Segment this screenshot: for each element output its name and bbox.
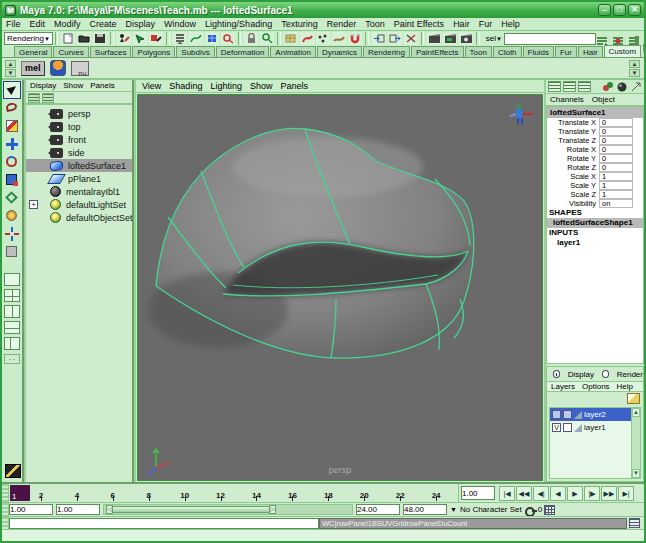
outliner-menu-panels[interactable]: Panels [90,81,114,90]
create-layer-icon[interactable] [627,393,640,404]
show-channel-box-icon[interactable] [628,33,640,45]
channel-object-name[interactable]: loftedSurface1 [547,107,643,118]
layer-row-layer2[interactable]: layer2 [550,408,640,421]
channel-value-field[interactable]: 0 [599,118,633,127]
play-forwards-button[interactable]: ▶ [567,486,583,501]
outliner-item-persp[interactable]: persp [26,107,132,120]
viewport-menu-shading[interactable]: Shading [169,81,202,91]
select-object-icon[interactable] [133,32,147,45]
rope-icon[interactable] [332,32,346,45]
animation-start-field[interactable] [9,504,53,515]
range-slider-bar[interactable] [106,506,276,513]
show-tool-settings-icon[interactable] [612,33,624,45]
maximize-button[interactable]: □ [613,4,626,16]
snap-surface-icon[interactable] [221,32,235,45]
channel-value-field[interactable]: 1 [599,190,633,199]
render-current-frame-icon[interactable] [427,32,441,45]
character-set-label[interactable]: No Character Set [460,505,522,514]
show-manipulator-tool[interactable] [4,226,20,242]
outliner-item-side[interactable]: side [26,146,132,159]
shelf-tab-general[interactable]: General [14,46,52,57]
outliner-item-pplane1[interactable]: pPlane1 [26,172,132,185]
shelf-tab-custom[interactable]: Custom [604,45,642,57]
shape-node-name[interactable]: loftedSurfaceShape1 [547,218,643,228]
layer-help-menu[interactable]: Help [617,382,633,391]
points-icon[interactable] [316,32,330,45]
menu-paint-effects[interactable]: Paint Effects [394,19,444,29]
lasso-tool[interactable] [4,100,20,116]
show-attribute-editor-icon[interactable] [596,33,608,45]
time-slider-track[interactable]: 1 2 4 6 8 10 12 14 16 18 20 22 24 [9,484,459,502]
shelf-tab-toon[interactable]: Toon [465,46,492,57]
shelf-tab-cloth[interactable]: Cloth [493,46,522,57]
shelf-switcher[interactable]: ▲ ▼ [5,58,18,78]
layer-playback-checkbox[interactable] [563,423,572,432]
step-forward-key-button[interactable]: ▶▶ [601,486,617,501]
viewport-menu-show[interactable]: Show [250,81,273,91]
channels-menu[interactable]: Channels [550,95,584,104]
command-line-grip[interactable] [2,517,9,529]
shelf-scroll-down-icon[interactable]: ▼ [629,69,640,77]
menu-toon[interactable]: Toon [365,19,385,29]
range-slider-grip[interactable] [2,503,9,516]
range-end-handle[interactable]: ▷ [269,505,276,514]
shelf-tab-subdivs[interactable]: Subdivs [176,46,214,57]
shelf-tab-polygons[interactable]: Polygons [132,46,175,57]
outliner-sort-icon[interactable] [42,93,54,103]
speed-toggle-icon[interactable] [616,81,628,93]
move-tool[interactable] [4,136,20,152]
range-start-handle[interactable]: ◁ [106,505,113,514]
layer-scrollbar[interactable]: ▲ ▼ [631,408,640,478]
layout-outliner-persp-button[interactable] [4,337,20,350]
layers-menu[interactable]: Layers [551,382,575,391]
layout-four-pane-button[interactable] [4,289,20,302]
shelf-tab-fur[interactable]: Fur [555,46,577,57]
layout-more-button[interactable]: . . [4,354,20,364]
outliner-item-front[interactable]: front [26,133,132,146]
magnet-icon[interactable] [348,32,362,45]
outliner-item-loftedsurface1[interactable]: loftedSurface1 [26,159,132,172]
channel-value-field[interactable]: 0 [599,154,633,163]
universal-manipulator-tool[interactable] [4,190,20,206]
auto-keyframe-icon[interactable] [525,505,537,515]
outliner-item-top[interactable]: top [26,120,132,133]
menu-create[interactable]: Create [90,19,117,29]
soft-modification-tool[interactable] [4,208,20,224]
command-input[interactable] [9,518,319,529]
mel-shelf-button[interactable]: mel [21,61,45,76]
viewport-menu-panels[interactable]: Panels [280,81,308,91]
go-to-start-button[interactable]: |◀ [499,486,515,501]
hyperbolic-arrow-icon[interactable] [630,81,642,93]
last-tool-used[interactable] [4,244,20,260]
shelf-scroll-up-icon[interactable]: ▲ [629,60,640,68]
channel-value-field[interactable]: 1 [599,181,633,190]
shelf-tab-rendering[interactable]: Rendering [363,46,410,57]
layer-row-layer1[interactable]: V layer1 [550,421,640,434]
save-scene-icon[interactable] [93,32,107,45]
step-back-key-button[interactable]: ◀◀ [516,486,532,501]
outliner-item-defaultlightset[interactable]: +defaultLightSet [26,198,132,211]
minimize-button[interactable]: – [598,4,611,16]
display-radio[interactable] [553,370,560,378]
outliner-item-mentalrayibl1[interactable]: mentalrayIbl1 [26,185,132,198]
menu-hair[interactable]: Hair [453,19,470,29]
highlight-selection-icon[interactable] [260,32,274,45]
go-to-end-button[interactable]: ▶| [618,486,634,501]
viewport-menu-view[interactable]: View [142,81,161,91]
menu-help[interactable]: Help [501,19,520,29]
outliner-menu-show[interactable]: Show [63,81,83,90]
animation-preferences-icon[interactable] [544,505,555,515]
options-menu[interactable]: Options [582,382,610,391]
shelf-down-icon[interactable]: ▼ [5,69,16,77]
shelf-tab-hair[interactable]: Hair [578,46,603,57]
paint-select-tool[interactable] [4,118,20,134]
scroll-down-icon[interactable]: ▼ [632,469,640,478]
menu-file[interactable]: File [6,19,21,29]
manipulator-toggle-icon[interactable] [602,81,614,93]
current-time-field[interactable] [461,486,495,500]
custom-shelf-item-icon[interactable] [50,60,66,76]
layer-visibility-checkbox[interactable]: V [552,423,561,432]
character-set-dropdown-icon[interactable]: ▼ [450,506,457,513]
render-radio[interactable] [602,370,609,378]
menu-texturing[interactable]: Texturing [281,19,318,29]
